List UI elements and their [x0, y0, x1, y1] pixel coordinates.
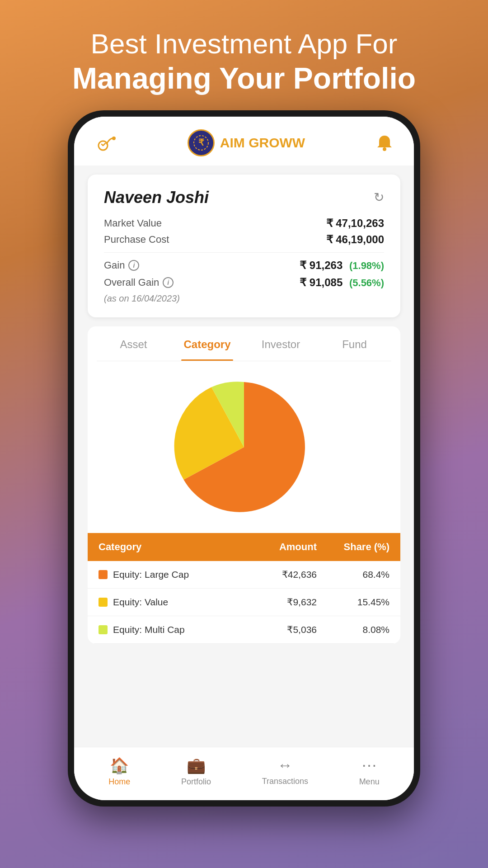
overall-gain-pct: (5.56%)	[349, 277, 384, 288]
category-table: Category Amount Share (%) Equity: Large …	[88, 533, 400, 644]
nav-transactions-label: Transactions	[262, 777, 308, 786]
td-amount-3: ₹5,036	[244, 624, 317, 635]
td-category-1: Equity: Large Cap	[99, 569, 244, 580]
pie-chart	[172, 375, 316, 519]
tab-investor[interactable]: Investor	[244, 326, 318, 361]
overall-gain-row: Overall Gain i ₹ 91,085 (5.56%)	[104, 276, 384, 289]
nav-home[interactable]: 🏠 Home	[108, 756, 130, 787]
overall-gain-label: Overall Gain i	[104, 277, 174, 288]
table-row: Equity: Value ₹9,632 15.45%	[88, 589, 400, 616]
phone-mockup: ₹ AIM GROWW Naveen Joshi ↻	[68, 110, 420, 807]
tabs-container: Asset Category Investor Fund	[88, 326, 400, 361]
notification-bell-icon[interactable]	[373, 132, 396, 154]
td-share-1: 68.4%	[317, 569, 389, 580]
nav-transactions[interactable]: ↔ Transactions	[262, 756, 308, 787]
nav-home-label: Home	[108, 777, 130, 787]
tab-category[interactable]: Category	[170, 326, 244, 361]
card-header: Naveen Joshi ↻	[104, 188, 384, 207]
hero-line1: Best Investment App For	[72, 27, 416, 61]
svg-point-1	[112, 137, 116, 140]
chart-area	[88, 361, 400, 533]
th-amount: Amount	[244, 541, 317, 553]
overall-gain-value: ₹ 91,085 (5.56%)	[300, 276, 384, 289]
purchase-cost: ₹ 46,19,000	[326, 233, 384, 246]
logo-text: AIM GROWW	[220, 135, 305, 151]
gain-label: Gain i	[104, 259, 139, 271]
color-dot-2	[99, 598, 108, 607]
td-amount-2: ₹9,632	[244, 597, 317, 608]
app-logo: ₹ AIM GROWW	[188, 129, 305, 156]
th-category: Category	[99, 541, 244, 553]
date-note: (as on 16/04/2023)	[104, 293, 384, 304]
logo-circle: ₹	[188, 129, 215, 156]
menu-icon: ⋯	[361, 756, 377, 774]
market-value-row: Market Value ₹ 47,10,263	[104, 217, 384, 230]
home-icon: 🏠	[110, 756, 129, 774]
refresh-icon[interactable]: ↻	[374, 190, 384, 205]
purchase-cost-row: Purchase Cost ₹ 46,19,000	[104, 233, 384, 246]
svg-text:₹: ₹	[198, 137, 204, 147]
phone-screen: ₹ AIM GROWW Naveen Joshi ↻	[74, 117, 414, 800]
gain-value: ₹ 91,263 (1.98%)	[300, 259, 384, 272]
svg-point-5	[383, 147, 386, 151]
td-category-2: Equity: Value	[99, 597, 244, 608]
gain-pct: (1.98%)	[349, 260, 384, 271]
tab-fund[interactable]: Fund	[318, 326, 391, 361]
transactions-icon: ↔	[277, 756, 293, 774]
support-icon[interactable]	[92, 129, 119, 156]
tab-asset[interactable]: Asset	[97, 326, 170, 361]
color-dot-1	[99, 570, 108, 579]
portfolio-card: Naveen Joshi ↻ Market Value ₹ 47,10,263 …	[88, 175, 400, 317]
tabs: Asset Category Investor Fund	[97, 326, 391, 361]
nav-portfolio[interactable]: 💼 Portfolio	[181, 756, 211, 787]
user-name: Naveen Joshi	[104, 188, 209, 207]
table-row: Equity: Large Cap ₹42,636 68.4%	[88, 561, 400, 589]
top-bar: ₹ AIM GROWW	[74, 117, 414, 165]
hero-section: Best Investment App For Managing Your Po…	[36, 0, 452, 110]
td-amount-1: ₹42,636	[244, 569, 317, 580]
td-share-3: 8.08%	[317, 624, 389, 635]
color-dot-3	[99, 625, 108, 634]
gain-info-icon[interactable]: i	[128, 260, 139, 271]
purchase-cost-label: Purchase Cost	[104, 234, 169, 245]
table-header: Category Amount Share (%)	[88, 533, 400, 561]
bottom-nav: 🏠 Home 💼 Portfolio ↔ Transactions ⋯ Menu	[74, 747, 414, 800]
overall-gain-info-icon[interactable]: i	[163, 277, 174, 288]
nav-menu[interactable]: ⋯ Menu	[359, 756, 380, 787]
nav-portfolio-label: Portfolio	[181, 777, 211, 787]
gain-row: Gain i ₹ 91,263 (1.98%)	[104, 259, 384, 272]
market-value-label: Market Value	[104, 217, 162, 229]
th-share: Share (%)	[317, 541, 389, 553]
table-row: Equity: Multi Cap ₹5,036 8.08%	[88, 616, 400, 644]
hero-line2: Managing Your Portfolio	[72, 61, 416, 96]
portfolio-icon: 💼	[187, 756, 206, 774]
market-value: ₹ 47,10,263	[326, 217, 384, 230]
divider	[104, 252, 384, 253]
nav-menu-label: Menu	[359, 777, 380, 787]
td-share-2: 15.45%	[317, 597, 389, 608]
td-category-3: Equity: Multi Cap	[99, 624, 244, 635]
